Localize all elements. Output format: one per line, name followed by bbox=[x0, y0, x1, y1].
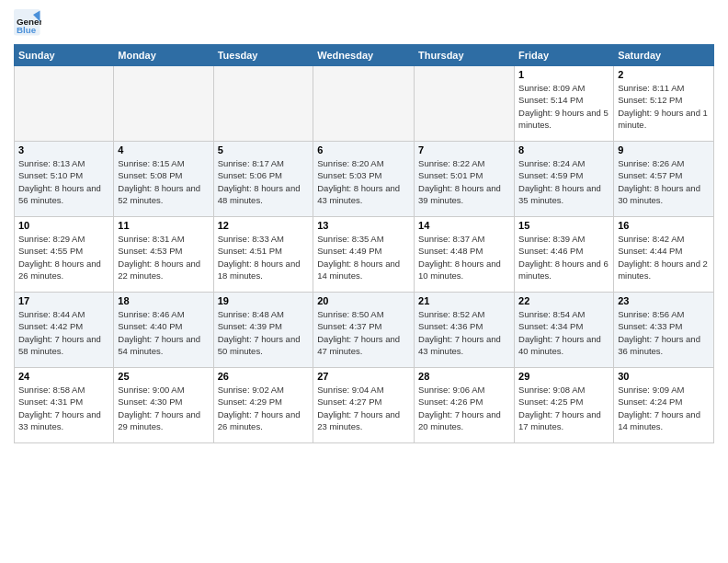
empty-cell bbox=[415, 66, 515, 142]
sunset-value: 4:24 PM bbox=[650, 396, 682, 407]
daylight-label: Daylight: bbox=[418, 259, 455, 269]
sunrise-label: Sunrise: bbox=[618, 83, 653, 93]
day-cell-9: 9 Sunrise: 8:26 AM Sunset: 4:57 PM Dayli… bbox=[614, 142, 714, 217]
daylight-label: Daylight: bbox=[518, 409, 555, 419]
day-number: 8 bbox=[518, 144, 609, 155]
sunset-label: Sunset: bbox=[317, 396, 349, 407]
empty-cell bbox=[15, 66, 114, 142]
sunset-value: 4:29 PM bbox=[250, 396, 282, 407]
day-number: 25 bbox=[118, 371, 209, 382]
svg-text:Blue: Blue bbox=[17, 25, 37, 35]
sunset-label: Sunset: bbox=[618, 321, 650, 331]
sunrise-label: Sunrise: bbox=[218, 385, 253, 395]
day-number: 27 bbox=[317, 371, 410, 382]
sunset-label: Sunset: bbox=[18, 321, 51, 331]
sunrise-label: Sunrise: bbox=[518, 309, 553, 319]
sunset-label: Sunset: bbox=[218, 396, 250, 407]
sunrise-value: 9:08 AM bbox=[553, 385, 586, 395]
calendar-week-3: 10 Sunrise: 8:29 AM Sunset: 4:55 PM Dayl… bbox=[15, 217, 714, 293]
calendar-week-2: 3 Sunrise: 8:13 AM Sunset: 5:10 PM Dayli… bbox=[15, 142, 714, 217]
day-cell-21: 21 Sunrise: 8:52 AM Sunset: 4:36 PM Dayl… bbox=[415, 293, 515, 368]
sunrise-value: 8:20 AM bbox=[352, 158, 384, 168]
daylight-label: Daylight: bbox=[118, 183, 154, 193]
sunset-value: 4:27 PM bbox=[349, 396, 381, 407]
empty-cell bbox=[114, 66, 213, 142]
sunrise-value: 8:52 AM bbox=[453, 309, 485, 319]
day-info: Sunrise: 8:37 AM Sunset: 4:48 PM Dayligh… bbox=[418, 233, 510, 282]
day-number: 28 bbox=[418, 371, 510, 382]
day-info: Sunrise: 8:56 AM Sunset: 4:33 PM Dayligh… bbox=[618, 308, 710, 357]
sunset-value: 4:26 PM bbox=[450, 396, 483, 407]
sunrise-label: Sunrise: bbox=[418, 234, 453, 244]
empty-cell bbox=[313, 66, 415, 142]
sunrise-label: Sunrise: bbox=[218, 234, 253, 244]
day-cell-6: 6 Sunrise: 8:20 AM Sunset: 5:03 PM Dayli… bbox=[313, 142, 415, 217]
sunset-label: Sunset: bbox=[618, 246, 650, 256]
day-number: 5 bbox=[218, 144, 310, 155]
calendar-header-saturday: Saturday bbox=[614, 45, 714, 66]
sunrise-value: 8:33 AM bbox=[252, 234, 284, 244]
sunset-label: Sunset: bbox=[618, 396, 650, 407]
day-cell-7: 7 Sunrise: 8:22 AM Sunset: 5:01 PM Dayli… bbox=[415, 142, 515, 217]
day-cell-20: 20 Sunrise: 8:50 AM Sunset: 4:37 PM Dayl… bbox=[313, 293, 415, 368]
daylight-label: Daylight: bbox=[18, 409, 55, 419]
sunset-value: 4:37 PM bbox=[349, 321, 381, 331]
daylight-label: Daylight: bbox=[18, 183, 55, 193]
daylight-label: Daylight: bbox=[18, 334, 55, 344]
day-info: Sunrise: 8:11 AM Sunset: 5:12 PM Dayligh… bbox=[618, 82, 710, 131]
daylight-label: Daylight: bbox=[518, 334, 555, 344]
daylight-label: Daylight: bbox=[218, 409, 255, 419]
calendar-week-5: 24 Sunrise: 8:58 AM Sunset: 4:31 PM Dayl… bbox=[15, 368, 714, 443]
sunrise-value: 8:58 AM bbox=[53, 385, 85, 395]
sunset-label: Sunset: bbox=[317, 321, 349, 331]
day-cell-2: 2 Sunrise: 8:11 AM Sunset: 5:12 PM Dayli… bbox=[614, 66, 714, 142]
sunset-label: Sunset: bbox=[317, 170, 349, 180]
day-number: 26 bbox=[218, 371, 310, 382]
sunset-value: 5:03 PM bbox=[349, 170, 381, 180]
sunrise-value: 8:46 AM bbox=[153, 309, 185, 319]
sunset-label: Sunset: bbox=[118, 321, 150, 331]
header: General Blue bbox=[14, 9, 714, 37]
sunrise-value: 8:11 AM bbox=[653, 83, 685, 93]
sunset-label: Sunset: bbox=[518, 321, 551, 331]
daylight-label: Daylight: bbox=[618, 183, 654, 193]
day-number: 14 bbox=[418, 220, 510, 231]
daylight-label: Daylight: bbox=[518, 108, 555, 118]
sunrise-value: 8:26 AM bbox=[653, 158, 685, 168]
page: General Blue SundayMondayTuesdayWednesda… bbox=[0, 0, 728, 563]
sunrise-label: Sunrise: bbox=[518, 385, 553, 395]
sunrise-value: 9:04 AM bbox=[352, 385, 384, 395]
day-cell-10: 10 Sunrise: 8:29 AM Sunset: 4:55 PM Dayl… bbox=[15, 217, 114, 293]
daylight-label: Daylight: bbox=[618, 334, 654, 344]
sunrise-value: 8:09 AM bbox=[553, 83, 586, 93]
sunrise-value: 8:39 AM bbox=[553, 234, 586, 244]
calendar-header-row: SundayMondayTuesdayWednesdayThursdayFrid… bbox=[15, 45, 714, 66]
day-cell-22: 22 Sunrise: 8:54 AM Sunset: 4:34 PM Dayl… bbox=[515, 293, 614, 368]
day-info: Sunrise: 9:08 AM Sunset: 4:25 PM Dayligh… bbox=[518, 384, 609, 432]
daylight-label: Daylight: bbox=[418, 409, 455, 419]
sunrise-value: 8:35 AM bbox=[352, 234, 384, 244]
calendar-header-monday: Monday bbox=[114, 45, 213, 66]
sunrise-value: 8:44 AM bbox=[53, 309, 85, 319]
sunrise-value: 9:06 AM bbox=[453, 385, 485, 395]
day-info: Sunrise: 8:42 AM Sunset: 4:44 PM Dayligh… bbox=[618, 233, 710, 282]
sunrise-value: 8:50 AM bbox=[352, 309, 384, 319]
day-number: 2 bbox=[618, 69, 710, 80]
sunset-value: 5:06 PM bbox=[250, 170, 282, 180]
day-info: Sunrise: 9:02 AM Sunset: 4:29 PM Dayligh… bbox=[218, 384, 310, 432]
day-number: 29 bbox=[518, 371, 609, 382]
day-number: 22 bbox=[518, 295, 609, 306]
daylight-label: Daylight: bbox=[118, 334, 154, 344]
sunrise-label: Sunrise: bbox=[218, 158, 253, 168]
day-info: Sunrise: 9:00 AM Sunset: 4:30 PM Dayligh… bbox=[118, 384, 209, 432]
daylight-label: Daylight: bbox=[317, 409, 354, 419]
day-info: Sunrise: 8:09 AM Sunset: 5:14 PM Dayligh… bbox=[518, 82, 609, 131]
sunset-value: 4:25 PM bbox=[551, 396, 583, 407]
daylight-label: Daylight: bbox=[118, 409, 154, 419]
day-info: Sunrise: 8:20 AM Sunset: 5:03 PM Dayligh… bbox=[317, 157, 410, 206]
daylight-label: Daylight: bbox=[218, 183, 255, 193]
sunrise-value: 8:37 AM bbox=[453, 234, 485, 244]
sunrise-value: 8:17 AM bbox=[252, 158, 284, 168]
daylight-label: Daylight: bbox=[518, 183, 555, 193]
sunrise-value: 8:42 AM bbox=[653, 234, 685, 244]
